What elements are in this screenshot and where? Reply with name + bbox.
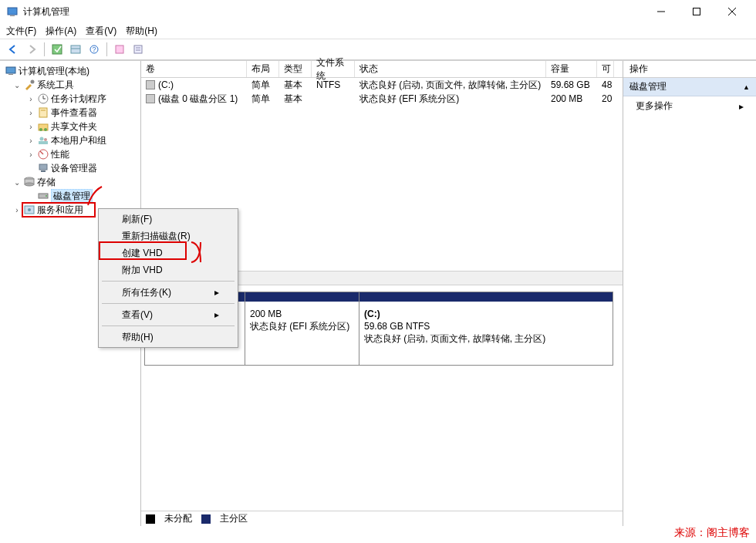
- triangle-up-icon: ▲: [743, 83, 750, 91]
- tools-icon: [23, 79, 35, 91]
- ctx-view[interactable]: 查看(V)▸: [100, 306, 236, 323]
- tree-event-viewer[interactable]: › 事件查看器: [2, 106, 139, 120]
- maximize-button[interactable]: [679, 0, 714, 23]
- col-capacity[interactable]: 容量: [546, 61, 597, 77]
- clock-icon: [37, 93, 49, 105]
- minimize-button[interactable]: [643, 0, 679, 23]
- col-status[interactable]: 状态: [355, 61, 546, 77]
- toolbar-icon-3[interactable]: ?: [86, 41, 103, 58]
- svg-rect-15: [6, 67, 15, 73]
- ctx-rescan[interactable]: 重新扫描磁盘(R): [100, 228, 236, 245]
- app-icon: [6, 5, 19, 18]
- partition-c[interactable]: (C:) 59.68 GB NTFS 状态良好 (启动, 页面文件, 故障转储,…: [359, 292, 613, 365]
- svg-point-25: [44, 128, 47, 131]
- ctx-all-tasks[interactable]: 所有任务(K)▸: [100, 284, 236, 301]
- legend-primary: 主分区: [220, 512, 248, 525]
- toolbar: ?: [0, 39, 756, 60]
- toolbar-icon-2[interactable]: [67, 41, 84, 58]
- actions-section-disk[interactable]: 磁盘管理 ▲: [623, 78, 756, 96]
- ctx-create-vhd[interactable]: 创建 VHD: [100, 245, 236, 261]
- menu-view[interactable]: 查看(V): [86, 25, 116, 38]
- services-icon: [23, 204, 35, 216]
- svg-rect-32: [41, 170, 46, 172]
- menu-action[interactable]: 操作(A): [46, 25, 76, 38]
- svg-rect-7: [71, 46, 80, 53]
- legend-swatch-unallocated: [146, 514, 155, 524]
- tree-disk-management[interactable]: 磁盘管理: [2, 189, 139, 203]
- tree-task-scheduler[interactable]: › 任务计划程序: [2, 92, 139, 106]
- ctx-refresh[interactable]: 刷新(F): [100, 211, 236, 228]
- svg-rect-1: [10, 15, 15, 16]
- svg-rect-12: [134, 46, 142, 53]
- chevron-right-icon: ▸: [739, 101, 744, 112]
- col-type[interactable]: 类型: [279, 61, 312, 77]
- svg-rect-31: [39, 164, 47, 170]
- menubar: 文件(F) 操作(A) 查看(V) 帮助(H): [0, 23, 756, 39]
- legend-swatch-primary: [201, 514, 211, 524]
- context-menu: 刷新(F) 重新扫描磁盘(R) 创建 VHD 附加 VHD 所有任务(K)▸ 查…: [98, 208, 238, 348]
- chevron-right-icon[interactable]: ›: [26, 150, 35, 159]
- tree-performance[interactable]: › 性能: [2, 147, 139, 161]
- device-icon: [37, 162, 49, 174]
- chevron-right-icon: ▸: [214, 309, 219, 320]
- col-layout[interactable]: 布局: [247, 61, 279, 77]
- chevron-right-icon[interactable]: ›: [12, 206, 22, 214]
- forward-button[interactable]: [23, 41, 40, 58]
- legend-unallocated: 未分配: [164, 512, 192, 525]
- svg-point-17: [31, 80, 35, 84]
- disk-mgmt-icon: [37, 190, 49, 202]
- chevron-right-icon[interactable]: ›: [26, 123, 35, 131]
- svg-point-35: [25, 183, 34, 186]
- actions-panel: 操作 磁盘管理 ▲ 更多操作 ▸: [623, 61, 756, 526]
- ctx-help[interactable]: 帮助(H): [100, 329, 236, 346]
- folder-share-icon: [37, 120, 49, 133]
- toolbar-icon-5[interactable]: [130, 41, 147, 58]
- chevron-right-icon[interactable]: ›: [26, 137, 35, 145]
- users-icon: [37, 134, 49, 147]
- col-filesystem[interactable]: 文件系统: [312, 61, 355, 77]
- actions-header: 操作: [623, 61, 756, 78]
- svg-point-26: [40, 137, 44, 141]
- svg-rect-3: [694, 8, 700, 15]
- back-button[interactable]: [5, 41, 22, 58]
- ctx-attach-vhd[interactable]: 附加 VHD: [100, 261, 236, 278]
- toolbar-icon-1[interactable]: [49, 41, 66, 58]
- chevron-right-icon[interactable]: ›: [26, 95, 35, 103]
- col-free[interactable]: 可: [597, 61, 614, 77]
- chevron-right-icon: ▸: [214, 287, 219, 298]
- chevron-down-icon[interactable]: ⌄: [12, 81, 22, 89]
- svg-point-24: [39, 128, 42, 131]
- table-row[interactable]: (磁盘 0 磁盘分区 1) 简单 基本 状态良好 (EFI 系统分区) 200 …: [141, 92, 623, 106]
- titlebar: 计算机管理: [0, 0, 756, 23]
- partition-efi[interactable]: 200 MB 状态良好 (EFI 系统分区): [245, 292, 359, 365]
- svg-rect-16: [8, 74, 13, 75]
- svg-text:?: ?: [92, 46, 96, 53]
- svg-point-27: [44, 138, 47, 141]
- legend: 未分配 主分区: [141, 511, 623, 526]
- chevron-right-icon[interactable]: ›: [26, 109, 35, 117]
- table-row[interactable]: (C:) 简单 基本 NTFS 状态良好 (启动, 页面文件, 故障转储, 主分…: [141, 78, 623, 92]
- menu-help[interactable]: 帮助(H): [126, 25, 157, 38]
- tree-storage[interactable]: ⌄ 存储: [2, 175, 139, 189]
- tree-shared-folders[interactable]: › 共享文件夹: [2, 120, 139, 133]
- col-volume[interactable]: 卷: [141, 61, 247, 77]
- toolbar-icon-4[interactable]: [111, 41, 128, 58]
- close-button[interactable]: [714, 0, 750, 23]
- tree-system-tools[interactable]: ⌄ 系统工具: [2, 78, 139, 92]
- chevron-down-icon[interactable]: ⌄: [12, 178, 22, 187]
- svg-rect-21: [39, 108, 47, 117]
- svg-rect-0: [8, 8, 17, 15]
- performance-icon: [37, 148, 49, 160]
- svg-rect-11: [116, 46, 123, 53]
- svg-rect-28: [39, 141, 48, 144]
- svg-point-39: [28, 208, 31, 211]
- svg-rect-6: [52, 45, 62, 54]
- actions-more[interactable]: 更多操作 ▸: [623, 96, 756, 116]
- storage-icon: [23, 176, 35, 188]
- tree-root[interactable]: 计算机管理(本地): [2, 64, 139, 78]
- tree-local-users[interactable]: › 本地用户和组: [2, 133, 139, 147]
- tree-device-manager[interactable]: 设备管理器: [2, 161, 139, 175]
- menu-file[interactable]: 文件(F): [6, 25, 36, 38]
- svg-point-37: [46, 195, 47, 197]
- volume-icon: [146, 94, 155, 103]
